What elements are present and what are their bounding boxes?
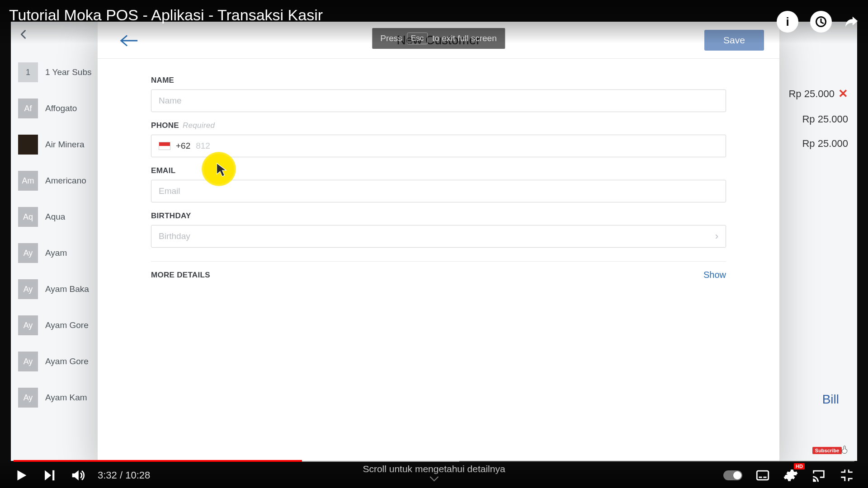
new-customer-modal: Press Esc to exit full screen New Custom… bbox=[98, 22, 779, 461]
hd-badge: HD bbox=[794, 463, 805, 469]
item-thumb: Ay bbox=[18, 352, 38, 371]
email-label: EMAIL bbox=[151, 166, 726, 175]
video-stage: 11 Year SubsAfAffogatoAir MineraAmAmeric… bbox=[0, 0, 868, 488]
item-thumb: Am bbox=[18, 171, 38, 191]
show-more-link[interactable]: Show bbox=[703, 270, 726, 280]
video-frame: 11 Year SubsAfAffogatoAir MineraAmAmeric… bbox=[0, 0, 868, 488]
cart-line-2: Rp 25.000 bbox=[776, 107, 848, 131]
item-label: Ayam Baka bbox=[45, 284, 89, 294]
item-label: Aqua bbox=[45, 212, 65, 222]
phone-input-wrap: +62 812 bbox=[151, 135, 726, 157]
birthday-field[interactable]: Birthday › bbox=[151, 225, 726, 248]
phone-label: PHONERequired bbox=[151, 121, 726, 130]
item-label: Affogato bbox=[45, 103, 77, 113]
phone-required-tag: Required bbox=[183, 121, 215, 130]
email-input-wrap bbox=[151, 180, 726, 202]
next-button[interactable] bbox=[42, 468, 57, 483]
settings-button[interactable]: HD bbox=[783, 468, 798, 483]
play-button[interactable] bbox=[14, 468, 29, 483]
svg-rect-3 bbox=[763, 477, 766, 478]
svg-rect-2 bbox=[759, 477, 762, 478]
pos-list-item[interactable]: AyAyam Gore bbox=[11, 307, 110, 343]
cart-line-1: Rp 25.000✕ bbox=[776, 80, 848, 107]
pos-list-item[interactable]: AyAyam bbox=[11, 235, 110, 271]
captions-button[interactable] bbox=[755, 468, 770, 483]
item-label: Ayam Kam bbox=[45, 393, 87, 403]
item-thumb: 1 bbox=[18, 62, 38, 82]
tutorial-highlight bbox=[202, 152, 236, 186]
hand-cursor-icon bbox=[840, 445, 850, 456]
item-label: Ayam Gore bbox=[45, 357, 89, 366]
pos-list-item[interactable]: AfAffogato bbox=[11, 90, 110, 127]
video-top-overlay: Tutorial Moka POS - Aplikasi - Transaksi… bbox=[0, 0, 868, 43]
subscribe-watermark[interactable]: Subscribe bbox=[812, 445, 850, 456]
time-display: 3:32 / 10:28 bbox=[98, 469, 150, 481]
item-label: 1 Year Subs bbox=[45, 67, 91, 77]
birthday-placeholder: Birthday bbox=[159, 231, 190, 241]
player-controls: 3:32 / 10:28 HD bbox=[0, 463, 868, 488]
name-label: NAME bbox=[151, 76, 726, 85]
pos-list-item[interactable]: Air Minera bbox=[11, 127, 110, 163]
info-icon[interactable]: i bbox=[777, 11, 798, 33]
item-thumb: Aq bbox=[18, 207, 38, 227]
played-segment bbox=[14, 460, 302, 462]
cursor-icon bbox=[215, 162, 227, 179]
autoplay-toggle[interactable] bbox=[723, 470, 742, 480]
volume-button[interactable] bbox=[70, 468, 85, 483]
share-icon[interactable] bbox=[844, 14, 859, 29]
item-thumb: Ay bbox=[18, 279, 38, 299]
item-label: Americano bbox=[45, 176, 86, 186]
exit-fullscreen-button[interactable] bbox=[839, 468, 854, 483]
item-thumb: Af bbox=[18, 99, 38, 118]
item-label: Ayam Gore bbox=[45, 320, 89, 330]
pos-list-item[interactable]: 11 Year Subs bbox=[11, 54, 110, 90]
subscribe-badge: Subscribe bbox=[812, 447, 842, 454]
email-input[interactable] bbox=[159, 186, 718, 196]
progress-bar[interactable] bbox=[14, 460, 854, 462]
watch-later-icon[interactable] bbox=[810, 11, 832, 33]
item-thumb: Ay bbox=[18, 243, 38, 263]
item-thumb bbox=[18, 135, 38, 155]
video-title[interactable]: Tutorial Moka POS - Aplikasi - Transaksi… bbox=[9, 6, 323, 24]
chevron-right-icon: › bbox=[715, 230, 718, 242]
item-label: Air Minera bbox=[45, 140, 85, 150]
item-thumb: Ay bbox=[18, 388, 38, 408]
bill-label: Bill bbox=[822, 392, 839, 407]
more-details-label: MORE DETAILS bbox=[151, 271, 210, 280]
remove-line-icon[interactable]: ✕ bbox=[838, 87, 848, 101]
cast-button[interactable] bbox=[811, 468, 826, 483]
item-label: Ayam bbox=[45, 248, 67, 258]
name-input-wrap bbox=[151, 89, 726, 112]
pos-list-item[interactable]: AqAqua bbox=[11, 199, 110, 235]
birthday-label: BIRTHDAY bbox=[151, 211, 726, 221]
item-thumb: Ay bbox=[18, 315, 38, 335]
pos-list-item[interactable]: AyAyam Kam bbox=[11, 380, 110, 416]
tablet-screen: 11 Year SubsAfAffogatoAir MineraAmAmeric… bbox=[11, 22, 857, 461]
svg-rect-1 bbox=[757, 471, 769, 480]
pos-list-item[interactable]: AmAmericano bbox=[11, 163, 110, 199]
pos-list-item[interactable]: AyAyam Gore bbox=[11, 343, 110, 380]
name-input[interactable] bbox=[159, 96, 718, 106]
pos-list-item[interactable]: AyAyam Baka bbox=[11, 271, 110, 307]
